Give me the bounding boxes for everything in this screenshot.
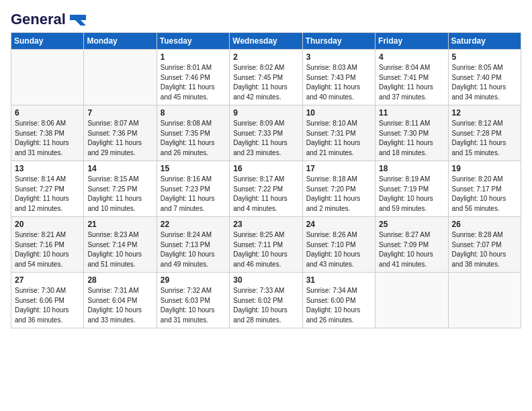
day-info: Sunrise: 8:11 AM Sunset: 7:30 PM Dayligh… (379, 119, 444, 158)
logo: General (11, 11, 89, 24)
day-number: 10 (306, 108, 371, 118)
day-header-wednesday: Wednesday (230, 33, 302, 50)
day-info: Sunrise: 8:14 AM Sunset: 7:27 PM Dayligh… (15, 175, 80, 214)
day-number: 22 (161, 220, 226, 229)
day-number: 4 (379, 52, 444, 62)
day-number: 25 (379, 220, 444, 229)
day-info: Sunrise: 8:21 AM Sunset: 7:16 PM Dayligh… (15, 230, 80, 269)
day-number: 19 (452, 164, 517, 173)
calendar-cell (448, 273, 521, 328)
day-info: Sunrise: 8:26 AM Sunset: 7:10 PM Dayligh… (306, 230, 371, 269)
calendar-cell: 4Sunrise: 8:04 AM Sunset: 7:41 PM Daylig… (375, 50, 448, 105)
day-number: 1 (161, 52, 226, 62)
calendar-cell: 16Sunrise: 8:17 AM Sunset: 7:22 PM Dayli… (230, 161, 302, 217)
day-info: Sunrise: 8:20 AM Sunset: 7:17 PM Dayligh… (452, 175, 517, 214)
day-number: 21 (87, 220, 152, 229)
day-number: 31 (306, 275, 371, 285)
day-info: Sunrise: 8:16 AM Sunset: 7:23 PM Dayligh… (161, 175, 226, 214)
calendar-cell: 11Sunrise: 8:11 AM Sunset: 7:30 PM Dayli… (375, 105, 448, 161)
logo-general: General (11, 11, 66, 28)
day-info: Sunrise: 7:32 AM Sunset: 6:03 PM Dayligh… (161, 286, 226, 325)
calendar-cell: 6Sunrise: 8:06 AM Sunset: 7:38 PM Daylig… (11, 105, 84, 161)
calendar-cell: 30Sunrise: 7:33 AM Sunset: 6:02 PM Dayli… (230, 273, 302, 328)
day-number: 3 (306, 52, 371, 62)
day-number: 24 (306, 220, 371, 229)
day-info: Sunrise: 8:15 AM Sunset: 7:25 PM Dayligh… (87, 175, 152, 214)
calendar-cell: 26Sunrise: 8:28 AM Sunset: 7:07 PM Dayli… (448, 217, 521, 273)
day-info: Sunrise: 7:34 AM Sunset: 6:00 PM Dayligh… (306, 286, 371, 325)
calendar-cell: 25Sunrise: 8:27 AM Sunset: 7:09 PM Dayli… (375, 217, 448, 273)
calendar-cell: 1Sunrise: 8:01 AM Sunset: 7:46 PM Daylig… (157, 50, 229, 105)
calendar-cell: 27Sunrise: 7:30 AM Sunset: 6:06 PM Dayli… (11, 273, 84, 328)
day-number: 20 (15, 220, 80, 229)
day-number: 13 (15, 164, 80, 173)
day-info: Sunrise: 8:09 AM Sunset: 7:33 PM Dayligh… (233, 119, 298, 158)
day-number: 30 (233, 275, 298, 285)
calendar-cell: 13Sunrise: 8:14 AM Sunset: 7:27 PM Dayli… (11, 161, 84, 217)
day-info: Sunrise: 8:10 AM Sunset: 7:31 PM Dayligh… (306, 119, 371, 158)
day-info: Sunrise: 8:23 AM Sunset: 7:14 PM Dayligh… (87, 230, 152, 269)
day-number: 6 (15, 108, 80, 118)
day-info: Sunrise: 8:03 AM Sunset: 7:43 PM Dayligh… (306, 63, 371, 102)
day-info: Sunrise: 7:30 AM Sunset: 6:06 PM Dayligh… (15, 286, 80, 325)
day-number: 5 (452, 52, 517, 62)
day-number: 27 (15, 275, 80, 285)
calendar-cell: 23Sunrise: 8:25 AM Sunset: 7:11 PM Dayli… (230, 217, 302, 273)
day-number: 26 (452, 220, 517, 229)
day-info: Sunrise: 8:12 AM Sunset: 7:28 PM Dayligh… (452, 119, 517, 158)
day-number: 15 (161, 164, 226, 173)
day-info: Sunrise: 8:17 AM Sunset: 7:22 PM Dayligh… (233, 175, 298, 214)
day-number: 28 (87, 275, 152, 285)
calendar-cell: 9Sunrise: 8:09 AM Sunset: 7:33 PM Daylig… (230, 105, 302, 161)
calendar-cell: 3Sunrise: 8:03 AM Sunset: 7:43 PM Daylig… (302, 50, 375, 105)
day-info: Sunrise: 8:28 AM Sunset: 7:07 PM Dayligh… (452, 230, 517, 269)
calendar-cell: 20Sunrise: 8:21 AM Sunset: 7:16 PM Dayli… (11, 217, 84, 273)
day-info: Sunrise: 8:07 AM Sunset: 7:36 PM Dayligh… (87, 119, 152, 158)
day-number: 29 (161, 275, 226, 285)
calendar-cell: 18Sunrise: 8:19 AM Sunset: 7:19 PM Dayli… (375, 161, 448, 217)
calendar-cell: 31Sunrise: 7:34 AM Sunset: 6:00 PM Dayli… (302, 273, 375, 328)
day-number: 12 (452, 108, 517, 118)
calendar-cell: 21Sunrise: 8:23 AM Sunset: 7:14 PM Dayli… (84, 217, 157, 273)
day-number: 11 (379, 108, 444, 118)
day-header-tuesday: Tuesday (157, 33, 229, 50)
calendar-week-1: 1Sunrise: 8:01 AM Sunset: 7:46 PM Daylig… (11, 50, 521, 105)
day-number: 17 (306, 164, 371, 173)
calendar-cell: 14Sunrise: 8:15 AM Sunset: 7:25 PM Dayli… (84, 161, 157, 217)
logo-icon (67, 12, 89, 27)
day-header-saturday: Saturday (448, 33, 521, 50)
day-info: Sunrise: 8:19 AM Sunset: 7:19 PM Dayligh… (379, 175, 444, 214)
calendar-cell: 2Sunrise: 8:02 AM Sunset: 7:45 PM Daylig… (230, 50, 302, 105)
day-header-friday: Friday (375, 33, 448, 50)
svg-marker-0 (70, 15, 86, 26)
calendar-header-row: SundayMondayTuesdayWednesdayThursdayFrid… (11, 33, 521, 50)
calendar-cell (11, 50, 84, 105)
day-number: 8 (161, 108, 226, 118)
calendar-cell: 7Sunrise: 8:07 AM Sunset: 7:36 PM Daylig… (84, 105, 157, 161)
day-info: Sunrise: 8:27 AM Sunset: 7:09 PM Dayligh… (379, 230, 444, 269)
day-number: 18 (379, 164, 444, 173)
day-header-thursday: Thursday (302, 33, 375, 50)
calendar-cell: 17Sunrise: 8:18 AM Sunset: 7:20 PM Dayli… (302, 161, 375, 217)
day-info: Sunrise: 8:24 AM Sunset: 7:13 PM Dayligh… (161, 230, 226, 269)
day-info: Sunrise: 8:04 AM Sunset: 7:41 PM Dayligh… (379, 63, 444, 102)
day-number: 9 (233, 108, 298, 118)
day-info: Sunrise: 8:18 AM Sunset: 7:20 PM Dayligh… (306, 175, 371, 214)
calendar-cell: 12Sunrise: 8:12 AM Sunset: 7:28 PM Dayli… (448, 105, 521, 161)
calendar-week-3: 13Sunrise: 8:14 AM Sunset: 7:27 PM Dayli… (11, 161, 521, 217)
page-header: General (11, 11, 521, 24)
day-number: 23 (233, 220, 298, 229)
calendar-cell (84, 50, 157, 105)
calendar-cell: 22Sunrise: 8:24 AM Sunset: 7:13 PM Dayli… (157, 217, 229, 273)
day-info: Sunrise: 8:02 AM Sunset: 7:45 PM Dayligh… (233, 63, 298, 102)
day-info: Sunrise: 8:08 AM Sunset: 7:35 PM Dayligh… (161, 119, 226, 158)
day-number: 14 (87, 164, 152, 173)
calendar-cell: 24Sunrise: 8:26 AM Sunset: 7:10 PM Dayli… (302, 217, 375, 273)
day-number: 16 (233, 164, 298, 173)
day-number: 2 (233, 52, 298, 62)
day-info: Sunrise: 8:05 AM Sunset: 7:40 PM Dayligh… (452, 63, 517, 102)
day-info: Sunrise: 7:31 AM Sunset: 6:04 PM Dayligh… (87, 286, 152, 325)
day-info: Sunrise: 8:06 AM Sunset: 7:38 PM Dayligh… (15, 119, 80, 158)
calendar-cell (375, 273, 448, 328)
calendar-cell: 28Sunrise: 7:31 AM Sunset: 6:04 PM Dayli… (84, 273, 157, 328)
